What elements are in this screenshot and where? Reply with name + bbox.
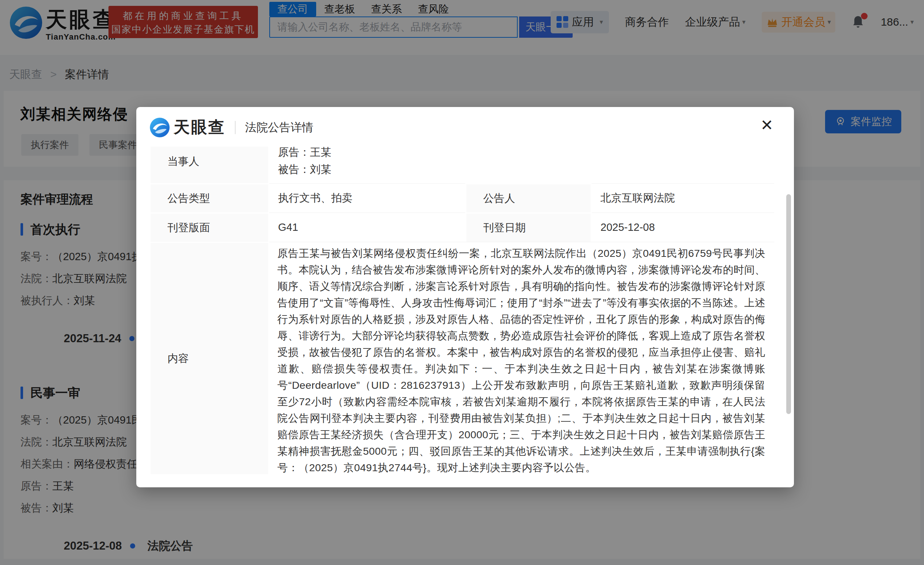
announcer-label: 公告人: [465, 183, 592, 213]
party-value: 原告：王某 被告：刘某: [269, 147, 774, 183]
court-announcement-modal: 天眼查 法院公告详情 ✕ 当事人 原告：王某 被告：刘某 公告类型 执行文书、拍…: [136, 107, 794, 487]
publish-page-value: G41: [269, 213, 465, 242]
tianyancha-logo-icon: [150, 117, 170, 138]
plaintiff-line: 原告：王某: [278, 147, 774, 161]
modal-header: 天眼查 法院公告详情 ✕: [136, 107, 794, 147]
modal-scrollbar-thumb[interactable]: [786, 194, 791, 414]
announcement-type-label: 公告类型: [150, 183, 269, 213]
modal-brand: 天眼查: [174, 117, 225, 138]
modal-title: 法院公告详情: [245, 120, 313, 135]
close-icon[interactable]: ✕: [758, 117, 776, 134]
publish-date-label: 刊登日期: [465, 213, 592, 242]
modal-body: 当事人 原告：王某 被告：刘某 公告类型 执行文书、拍卖 公告人 北京互联网法院…: [150, 147, 774, 474]
publish-date-value: 2025-12-08: [592, 213, 774, 242]
app-root: 天眼查 TianYanCha.com 都在用的商业查询工具 国家中小企业发展子基…: [0, 0, 924, 565]
divider: [235, 121, 236, 134]
defendant-line: 被告：刘某: [278, 161, 774, 178]
modal-logo: 天眼查 法院公告详情: [150, 117, 313, 138]
announcement-type-value: 执行文书、拍卖: [269, 183, 465, 213]
announcer-value: 北京互联网法院: [592, 183, 774, 213]
publish-page-label: 刊登版面: [150, 213, 269, 242]
content-value: 原告王某与被告刘某网络侵权责任纠纷一案，北京互联网法院作出（2025）京0491…: [269, 242, 774, 474]
content-label: 内容: [150, 242, 269, 474]
announcement-detail-table: 当事人 原告：王某 被告：刘某 公告类型 执行文书、拍卖 公告人 北京互联网法院…: [150, 147, 774, 474]
announcement-content-text: 原告王某与被告刘某网络侵权责任纠纷一案，北京互联网法院作出（2025）京0491…: [278, 245, 765, 474]
party-label: 当事人: [150, 147, 269, 183]
